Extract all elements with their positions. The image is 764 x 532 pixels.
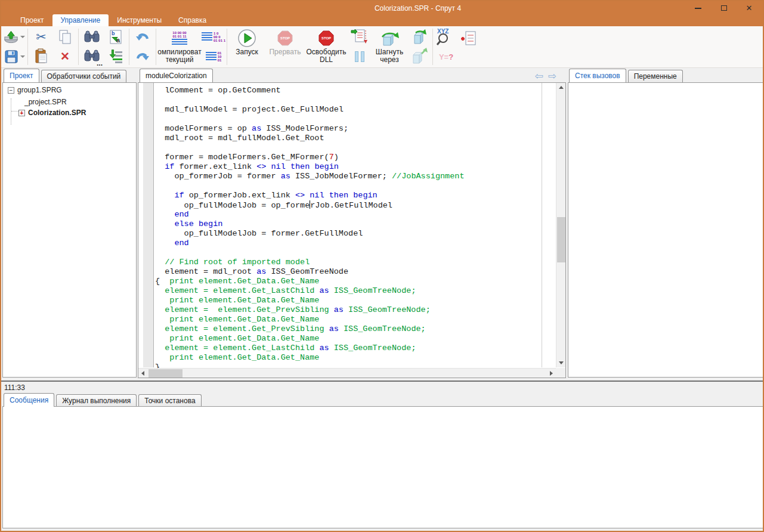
code-line[interactable]: else begin: [155, 219, 553, 229]
code-line[interactable]: print element.Get_Data.Get_Name: [155, 353, 553, 363]
code-line[interactable]: op_fullModelJob = op_formerJob.GetFullMo…: [155, 200, 553, 210]
load-dropdown-caret[interactable]: [20, 36, 25, 38]
close-icon: ✕: [746, 4, 753, 13]
compile-bars: [172, 39, 187, 46]
redo-button[interactable]: [132, 48, 153, 66]
goto-line-icon: [108, 49, 123, 63]
save-button[interactable]: [4, 48, 25, 66]
step-into-button[interactable]: [349, 28, 370, 46]
maximize-button[interactable]: [714, 1, 734, 15]
nav-forward-icon[interactable]: ⇨: [548, 70, 556, 82]
vertical-scroll-thumb[interactable]: [557, 217, 565, 262]
code-line[interactable]: if former.ext_link <> nil then begin: [155, 162, 553, 172]
tab-call-stack[interactable]: Стек вызовов: [569, 69, 626, 82]
menu-tools[interactable]: Инструменты: [109, 14, 170, 26]
tree-item-colorization[interactable]: + Colorization.SPR: [18, 109, 86, 117]
code-line[interactable]: [155, 143, 553, 153]
step-out-button[interactable]: [409, 28, 430, 46]
tab-variables[interactable]: Переменные: [628, 70, 683, 82]
copy-button[interactable]: [54, 28, 76, 46]
code-line[interactable]: if op_formerJob.ext_link <> nil then beg…: [155, 191, 553, 200]
breakpoint-gutter[interactable]: [138, 83, 143, 367]
scroll-up-button[interactable]: [556, 83, 566, 92]
tab-breakpoints[interactable]: Точки останова: [138, 394, 201, 407]
code-line[interactable]: [155, 248, 553, 258]
fold-gutter[interactable]: [143, 83, 154, 367]
add-watch-button[interactable]: [458, 30, 480, 48]
code-line[interactable]: former = modelFormers.Get_MFormer(7): [155, 153, 553, 162]
code-line[interactable]: end: [155, 239, 553, 248]
tab-messages[interactable]: Сообщения: [4, 393, 54, 407]
scroll-left-button[interactable]: [138, 369, 147, 378]
tab-module-colorization[interactable]: moduleColorization: [140, 69, 213, 82]
menu-project[interactable]: Проект: [12, 14, 52, 26]
minimize-button[interactable]: [688, 1, 708, 15]
menu-help[interactable]: Справка: [170, 14, 215, 26]
code-line[interactable]: op_fullModelJob = former.GetFullModel: [155, 229, 553, 239]
code-line[interactable]: modelFormers = op as ISS_ModelFormers;: [155, 124, 553, 134]
run-to-cursor-button[interactable]: [409, 48, 430, 66]
nav-back-icon[interactable]: ⇦: [535, 70, 543, 82]
tree-item-label[interactable]: _project.SPR: [24, 98, 67, 106]
compile-list-button[interactable]: 01 10 01: [203, 48, 224, 66]
tree-item-project[interactable]: _project.SPR: [24, 98, 67, 106]
code-line[interactable]: print element.Get_Data.Get_Name: [155, 296, 553, 305]
code-line[interactable]: mdl_fullModel = project.Get_FullModel: [155, 105, 553, 115]
tree-item-group[interactable]: − group1.SPRG: [8, 86, 62, 94]
code-line[interactable]: op_formerJob = former as ISS_JobModelFor…: [155, 172, 553, 181]
close-button[interactable]: ✕: [739, 1, 759, 15]
save-dropdown-caret[interactable]: [20, 55, 25, 58]
horizontal-splitter[interactable]: [1, 381, 763, 382]
compile-current-button[interactable]: 10 00 00 01 01 11 омпилироват текущий: [157, 27, 202, 66]
code-line[interactable]: print element.Get_Data.Get_Name: [155, 315, 553, 324]
load-button[interactable]: [4, 28, 25, 46]
menu-control[interactable]: Управление: [52, 14, 109, 26]
free-dll-button[interactable]: STOP Освободить DLL: [305, 27, 348, 66]
horizontal-scroll-thumb[interactable]: [149, 369, 183, 378]
undo-button[interactable]: [132, 28, 153, 46]
scrollbar-corner: [556, 368, 565, 378]
pause-button[interactable]: [349, 48, 370, 66]
messages-panel: [2, 406, 764, 528]
code-line[interactable]: mdl_root = mdl_fullModel.Get_Root: [155, 134, 553, 143]
code-line[interactable]: lComment = op.GetComment: [155, 86, 553, 95]
tree-item-label[interactable]: group1.SPRG: [17, 86, 62, 94]
run-button[interactable]: Запуск: [228, 27, 265, 66]
evaluate-button[interactable]: Y=?: [435, 48, 457, 66]
paste-button[interactable]: [30, 47, 52, 65]
find-next-button[interactable]: ...: [81, 47, 103, 65]
scroll-down-button[interactable]: [556, 358, 566, 367]
replace-button[interactable]: b a: [105, 28, 126, 46]
vertical-scrollbar[interactable]: [556, 83, 565, 367]
tab-event-handlers[interactable]: Обработчики событий: [41, 70, 127, 82]
cut-button[interactable]: ✂: [30, 28, 52, 46]
step-over-button[interactable]: Шагнуть через: [372, 27, 407, 66]
compile-all-button[interactable]: 1 0 00 0 01 01 1: [203, 28, 224, 46]
step-over-label: Шагнуть через: [376, 48, 403, 64]
code-line[interactable]: element = mdl_root as ISS_GeomTreeNode: [155, 267, 553, 277]
code-line[interactable]: [155, 115, 553, 124]
code-line[interactable]: element = element.Get_PrevSibling as ISS…: [155, 305, 553, 315]
tab-execution-log[interactable]: Журнал выполнения: [56, 394, 137, 407]
code-line[interactable]: end: [155, 210, 553, 219]
code-line[interactable]: element = element.Get_PrevSibling as ISS…: [155, 324, 553, 334]
code-line[interactable]: [155, 95, 553, 105]
tree-item-label[interactable]: Colorization.SPR: [28, 109, 86, 117]
code-line[interactable]: { print element.Get_Data.Get_Name: [155, 277, 553, 286]
horizontal-scrollbar[interactable]: [138, 368, 556, 378]
scroll-right-button[interactable]: [547, 369, 556, 378]
code-line[interactable]: print element.Get_Data.Get_Name: [155, 334, 553, 344]
code-line[interactable]: element = element.Get_LastChild as ISS_G…: [155, 344, 553, 353]
break-button[interactable]: STOP Прервать: [265, 27, 305, 66]
collapse-icon[interactable]: −: [8, 87, 14, 94]
goto-line-button[interactable]: [105, 47, 126, 65]
find-xyz-button[interactable]: XYZ: [435, 28, 457, 46]
code-line[interactable]: [155, 181, 553, 191]
delete-button[interactable]: ✕: [54, 47, 76, 65]
code-line[interactable]: // Find root of imported model: [155, 258, 553, 267]
tab-project[interactable]: Проект: [4, 69, 39, 82]
code-line[interactable]: element = element.Get_LastChild as ISS_G…: [155, 286, 553, 296]
find-button[interactable]: [81, 28, 103, 46]
code-editor[interactable]: lComment = op.GetComment mdl_fullModel =…: [155, 86, 553, 372]
expand-icon[interactable]: +: [18, 110, 25, 116]
